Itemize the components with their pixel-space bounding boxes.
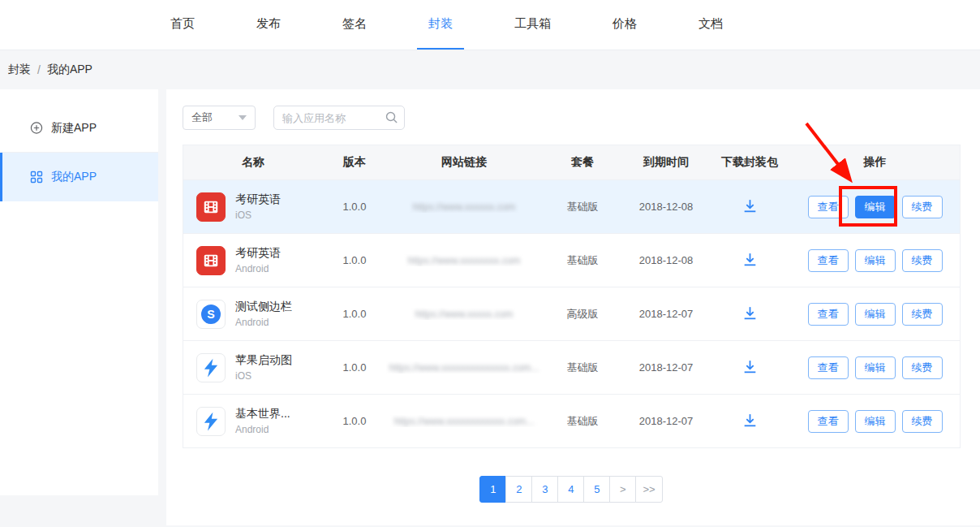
col-header-url: 网站链接 [386,155,542,170]
app-version: 1.0.0 [323,415,386,427]
category-select-value: 全部 [191,110,213,125]
sidebar-item-label: 新建APP [51,121,97,136]
download-icon[interactable] [741,358,759,375]
svg-text:S: S [207,307,214,320]
search-box [273,106,405,130]
nav-item-package[interactable]: 封装 [417,0,464,50]
nav-item-toolbox[interactable]: 工具箱 [503,0,562,50]
breadcrumb-segment-package[interactable]: 封装 [8,63,31,77]
plan-badge: 高级版 [542,307,623,322]
expire-date: 2018-12-07 [623,415,709,427]
sidebar-item-new-app[interactable]: 新建APP [0,104,158,153]
app-version: 1.0.0 [323,361,386,374]
edit-button[interactable]: 编辑 [855,410,896,433]
page-button-5[interactable]: 5 [583,476,610,503]
s-logo-app-icon: S [196,300,226,329]
table-row[interactable]: 考研英语 Android 1.0.0 https://www.xxxxxxxx.… [183,233,960,287]
plus-circle-icon [30,122,43,135]
breadcrumb: 封装 / 我的APP [0,50,980,89]
app-version: 1.0.0 [323,254,386,266]
download-icon[interactable] [741,197,759,214]
page-button-2[interactable]: 2 [505,476,532,503]
col-header-version: 版本 [323,155,386,170]
app-version: 1.0.0 [323,308,386,320]
sidebar-item-my-app[interactable]: 我的APP [0,153,158,201]
search-icon[interactable] [385,110,398,127]
app-platform: Android [235,317,292,328]
film-app-icon [196,246,226,275]
nav-item-publish[interactable]: 发布 [245,0,292,50]
page-button-4[interactable]: 4 [557,476,584,503]
breadcrumb-segment-myapp: 我的APP [47,63,92,77]
plan-badge: 基础版 [542,200,623,214]
page-button-3[interactable]: 3 [531,476,558,503]
view-button[interactable]: 查看 [808,303,849,326]
site-url-redacted: https://www.xxxxxxxxxxxx.com... [394,416,535,427]
expire-date: 2018-12-08 [623,201,709,213]
renew-button[interactable]: 续费 [902,356,943,379]
nav-item-sign[interactable]: 签名 [331,0,378,50]
nav-item-price[interactable]: 价格 [601,0,648,50]
site-url-redacted: https://www.xxxxxxxx.com [408,255,521,266]
site-url-redacted: https://www.xxxxxx.com [413,201,516,213]
pagination: 1 2 3 4 5 > >> [183,476,961,503]
renew-button[interactable]: 续费 [902,303,943,326]
renew-button[interactable]: 续费 [902,249,943,272]
app-name: 基本世界... [235,407,290,421]
filter-row: 全部 [183,106,961,130]
app-platform: iOS [235,210,281,221]
film-app-icon [196,192,226,222]
view-button[interactable]: 查看 [808,196,849,218]
thunder-app-icon [196,353,226,382]
app-platform: Android [235,424,290,435]
edit-button[interactable]: 编辑 [855,303,896,326]
app-name: 测试侧边栏 [235,300,292,314]
edit-button[interactable]: 编辑 [855,196,896,218]
col-header-plan: 套餐 [542,155,623,170]
view-button[interactable]: 查看 [808,249,849,272]
page-button-1[interactable]: 1 [479,476,506,503]
category-select[interactable]: 全部 [183,106,256,130]
site-url-redacted: https://www.xxxxx.com [415,309,514,320]
view-button[interactable]: 查看 [808,356,849,379]
app-platform: iOS [235,370,292,382]
col-header-expires: 到期时间 [623,155,709,170]
renew-button[interactable]: 续费 [902,410,943,433]
download-icon[interactable] [741,251,759,268]
nav-item-home[interactable]: 首页 [159,0,206,50]
app-table: 名称 版本 网站链接 套餐 到期时间 下载封装包 操作 [183,145,961,448]
next-page-button[interactable]: > [609,476,636,503]
edit-button[interactable]: 编辑 [855,356,896,379]
chevron-down-icon [239,115,247,120]
table-row[interactable]: S 测试侧边栏 Android 1.0.0 https://www.xxxxx.… [183,287,960,340]
thunder-app-icon [196,407,226,436]
plan-badge: 基础版 [542,361,623,375]
expire-date: 2018-12-07 [623,361,709,374]
nav-item-docs[interactable]: 文档 [687,0,734,50]
col-header-actions: 操作 [790,155,960,170]
renew-button[interactable]: 续费 [902,196,943,218]
app-name: 苹果启动图 [235,353,292,368]
view-button[interactable]: 查看 [808,410,849,433]
grid-icon [30,171,43,184]
download-icon[interactable] [741,412,759,429]
expire-date: 2018-12-08 [623,254,709,266]
table-row[interactable]: 基本世界... Android 1.0.0 https://www.xxxxxx… [183,394,960,447]
download-icon[interactable] [741,305,759,322]
sidebar-item-label: 我的APP [51,170,97,184]
sidebar: 新建APP 我的APP [0,89,158,495]
main-content: 全部 名称 版本 网站链接 套餐 到期时间 下载封装包 操 [166,89,980,525]
app-name: 考研英语 [235,246,281,261]
app-name: 考研英语 [235,192,281,207]
table-header: 名称 版本 网站链接 套餐 到期时间 下载封装包 操作 [183,145,960,179]
col-header-download: 下载封装包 [709,155,790,170]
last-page-button[interactable]: >> [635,476,662,503]
table-row[interactable]: 苹果启动图 iOS 1.0.0 https://www.xxxxxxxxxxxx… [183,340,960,394]
expire-date: 2018-12-07 [623,308,709,320]
plan-badge: 基础版 [542,414,623,429]
table-row[interactable]: 考研英语 iOS 1.0.0 https://www.xxxxxx.com 基础… [183,179,960,233]
edit-button[interactable]: 编辑 [855,249,896,272]
top-nav: 首页 发布 签名 封装 工具箱 价格 文档 [0,0,980,50]
site-url-redacted: https://www.xxxxxxxxxxxxxx.com... [389,362,539,374]
app-version: 1.0.0 [323,201,386,213]
